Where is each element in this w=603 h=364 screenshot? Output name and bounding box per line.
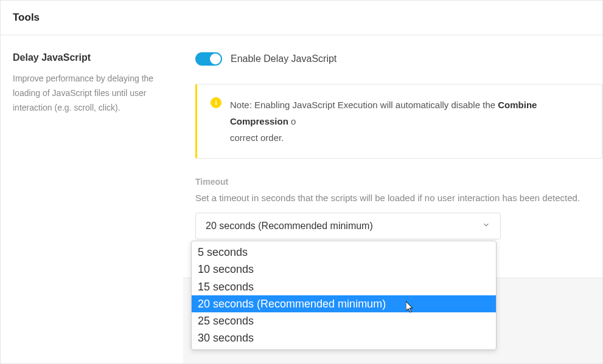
notice-suffix: o [288,116,296,126]
timeout-dropdown: 5 seconds 10 seconds 15 seconds 20 secon… [191,241,497,350]
section-description: Improve performance by delaying the load… [13,72,171,115]
enable-delay-js-toggle[interactable] [195,52,222,66]
timeout-select-wrap: 20 seconds (Recommended minimum) 5 secon… [195,213,501,239]
notice-prefix: Note: Enabling JavaScript Execution will… [230,100,498,110]
timeout-option[interactable]: 5 seconds [192,244,496,261]
timeout-selected-value: 20 seconds (Recommended minimum) [206,221,373,232]
section-content: Enable Delay JavaScript i Note: Enabling… [171,52,602,239]
panel-header: Tools [1,1,602,35]
notice-text: Note: Enabling JavaScript Execution will… [230,97,588,146]
timeout-select[interactable]: 20 seconds (Recommended minimum) [195,213,501,239]
timeout-option[interactable]: 30 seconds [192,329,496,346]
toggle-row: Enable Delay JavaScript [195,52,602,66]
timeout-option[interactable]: 15 seconds [192,278,496,295]
toggle-knob [210,53,221,64]
toggle-label: Enable Delay JavaScript [231,53,336,64]
notice-line2: correct order. [230,132,284,143]
settings-panel: Tools Delay JavaScript Improve performan… [0,0,603,364]
section-info: Delay JavaScript Improve performance by … [13,52,171,239]
timeout-label: Timeout [195,177,602,187]
warning-notice: i Note: Enabling JavaScript Execution wi… [195,84,602,159]
timeout-description: Set a timeout in seconds that the script… [195,193,602,203]
chevron-down-icon [482,221,490,232]
panel-body: Delay JavaScript Improve performance by … [1,35,602,239]
page-title: Tools [13,12,590,24]
section-title: Delay JavaScript [13,52,171,63]
info-icon: i [211,97,221,108]
timeout-option[interactable]: 25 seconds [192,312,496,329]
timeout-option[interactable]: 10 seconds [192,261,496,278]
timeout-option-selected[interactable]: 20 seconds (Recommended minimum) [192,295,496,312]
